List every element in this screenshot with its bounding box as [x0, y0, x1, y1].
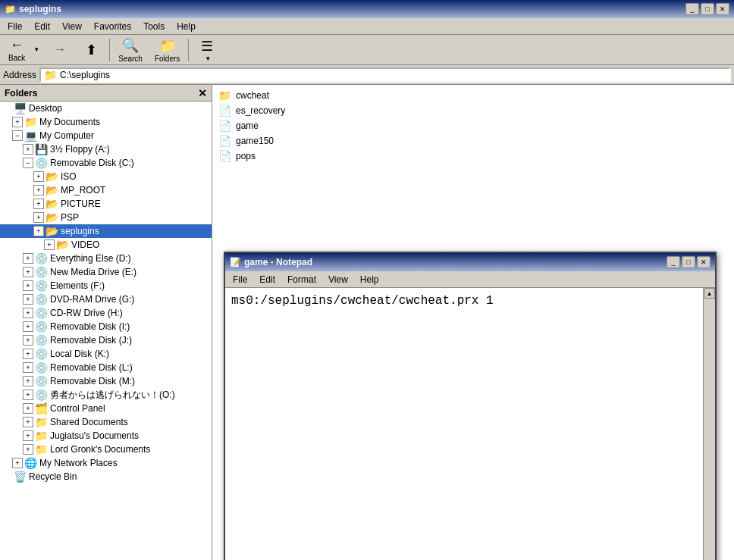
tree-item-control-panel[interactable]: +🗂️Control Panel	[0, 402, 212, 415]
tree-item-desktop[interactable]: 🖥️Desktop	[0, 102, 212, 115]
tree-icon-removable-j: 💿	[35, 334, 48, 346]
maximize-button[interactable]: □	[701, 3, 714, 15]
expand-btn-elements-f[interactable]: +	[23, 280, 33, 291]
expand-btn-everything-else-d[interactable]: +	[23, 253, 33, 264]
expand-btn-mp-root[interactable]: +	[33, 185, 44, 196]
toolbar-sep-1	[109, 39, 110, 61]
tree-item-picture[interactable]: +📂PICTURE	[0, 197, 212, 211]
expand-btn-floppy[interactable]: +	[23, 144, 33, 155]
file-item-game[interactable]: 📄game	[215, 118, 731, 133]
tree-item-my-network-places[interactable]: +🌐My Network Places	[0, 456, 212, 470]
tree-item-mp-root[interactable]: +📂MP_ROOT	[0, 183, 212, 197]
sidebar-close-button[interactable]: ✕	[198, 87, 207, 99]
tree-item-removable-i[interactable]: +💿Removable Disk (I:)	[0, 320, 212, 333]
folder-tree: 🖥️Desktop+📁My Documents−💻My Computer+💾3½…	[0, 102, 212, 483]
tree-label-removable-i: Removable Disk (I:)	[50, 321, 130, 332]
expand-btn-iso[interactable]: +	[33, 171, 44, 182]
views-button[interactable]: ☰ ▼	[192, 36, 222, 64]
expand-btn-local-k[interactable]: +	[23, 349, 33, 359]
notepad-icon: 📝	[230, 257, 241, 267]
expand-btn-jugiatsu-documents[interactable]: +	[23, 430, 33, 441]
tree-item-seplugins[interactable]: +📂seplugins	[0, 224, 212, 238]
expand-btn-video[interactable]: +	[44, 239, 55, 250]
notepad-menu-format[interactable]: Format	[283, 273, 321, 286]
tree-item-jugiatsu-documents[interactable]: +📁Jugiatsu's Documents	[0, 429, 212, 443]
back-dropdown[interactable]: ▼	[30, 36, 42, 64]
close-button[interactable]: ✕	[716, 3, 729, 15]
tree-item-removable-c[interactable]: −💿Removable Disk (C:)	[0, 156, 212, 170]
expand-btn-shared-documents[interactable]: +	[23, 417, 33, 427]
menu-view[interactable]: View	[58, 20, 86, 33]
tree-item-recycle-bin[interactable]: 🗑️Recycle Bin	[0, 470, 212, 483]
tree-icon-elements-f: 💿	[35, 280, 48, 292]
scrollbar-up[interactable]: ▲	[704, 288, 715, 299]
expand-btn-dvd-ram-g[interactable]: +	[23, 294, 33, 305]
expand-btn-psp[interactable]: +	[33, 212, 44, 223]
notepad-content[interactable]: ms0:/seplugins/cwcheat/cwcheat.prx 1	[225, 288, 703, 560]
menu-help[interactable]: Help	[172, 20, 200, 33]
notepad-menu-help[interactable]: Help	[356, 273, 384, 286]
tree-item-removable-j[interactable]: +💿Removable Disk (J:)	[0, 333, 212, 347]
notepad-close-button[interactable]: ✕	[697, 256, 710, 268]
expand-btn-seplugins[interactable]: +	[33, 226, 44, 236]
tree-item-floppy[interactable]: +💾3½ Floppy (A:)	[0, 142, 212, 156]
tree-item-lord-gronk-documents[interactable]: +📁Lord Gronk's Documents	[0, 443, 212, 456]
tree-item-removable-m[interactable]: +💿Removable Disk (M:)	[0, 374, 212, 388]
tree-item-my-computer[interactable]: −💻My Computer	[0, 129, 212, 142]
file-item-pops[interactable]: 📄pops	[215, 149, 731, 164]
tree-item-elements-f[interactable]: +💿Elements (F:)	[0, 279, 212, 293]
menu-tools[interactable]: Tools	[139, 20, 169, 33]
menu-edit[interactable]: Edit	[30, 20, 55, 33]
tree-icon-removable-m: 💿	[35, 375, 48, 387]
window-controls: _ □ ✕	[685, 3, 729, 15]
forward-button[interactable]: →	[44, 36, 74, 64]
tree-item-my-documents[interactable]: +📁My Documents	[0, 115, 212, 129]
folders-button[interactable]: 📁 Folders	[149, 36, 185, 64]
address-input[interactable]: 📁 C:\seplugins	[39, 67, 731, 83]
notepad-maximize-button[interactable]: □	[682, 256, 695, 268]
expand-btn-my-network-places[interactable]: +	[12, 458, 23, 468]
expand-btn-my-computer[interactable]: −	[12, 130, 23, 141]
tree-item-everything-else-d[interactable]: +💿Everything Else (D:)	[0, 252, 212, 265]
expand-btn-cd-rw-h[interactable]: +	[23, 308, 33, 318]
notepad-scrollbar[interactable]: ▲ ▼	[703, 288, 715, 560]
tree-item-local-k[interactable]: +💿Local Disk (K:)	[0, 347, 212, 361]
notepad-menu-edit[interactable]: Edit	[255, 273, 280, 286]
tree-item-video[interactable]: +📂VIDEO	[0, 238, 212, 252]
file-item-cwcheat[interactable]: 📁cwcheat	[215, 88, 731, 103]
tree-item-removable-l[interactable]: +💿Removable Disk (L:)	[0, 361, 212, 374]
expand-btn-my-documents[interactable]: +	[12, 117, 23, 127]
expand-btn-control-panel[interactable]: +	[23, 403, 33, 414]
tree-item-iso[interactable]: +📂ISO	[0, 170, 212, 183]
tree-item-cd-rw-h[interactable]: +💿CD-RW Drive (H:)	[0, 306, 212, 320]
expand-btn-lord-gronk-documents[interactable]: +	[23, 444, 33, 455]
notepad-menu-view[interactable]: View	[324, 273, 353, 286]
tree-icon-removable-c: 💿	[35, 157, 48, 169]
file-item-es_recovery[interactable]: 📄es_recovery	[215, 103, 731, 118]
expand-btn-removable-c[interactable]: −	[23, 158, 33, 168]
back-button[interactable]: ← Back	[3, 36, 30, 64]
expand-btn-removable-i[interactable]: +	[23, 321, 33, 332]
menu-file[interactable]: File	[3, 20, 27, 33]
expand-btn-removable-j[interactable]: +	[23, 335, 33, 346]
expand-btn-new-media-e[interactable]: +	[23, 267, 33, 277]
expand-btn-removable-l[interactable]: +	[23, 362, 33, 373]
up-button[interactable]: ⬆	[76, 36, 106, 64]
tree-item-dvd-ram-g[interactable]: +💿DVD-RAM Drive (G:)	[0, 293, 212, 306]
tree-item-new-media-e[interactable]: +💿New Media Drive (E:)	[0, 265, 212, 279]
expand-btn-removable-m[interactable]: +	[23, 376, 33, 386]
tree-icon-my-computer: 💻	[24, 130, 37, 142]
menu-favorites[interactable]: Favorites	[89, 20, 136, 33]
tree-label-elements-f: Elements (F:)	[50, 280, 105, 291]
tree-label-lord-gronk-documents: Lord Gronk's Documents	[50, 444, 150, 455]
tree-item-shared-documents[interactable]: +📁Shared Documents	[0, 415, 212, 429]
expand-btn-japanese[interactable]: +	[23, 389, 33, 400]
tree-item-japanese[interactable]: +💿勇者からは逃げられない！(O:)	[0, 388, 212, 402]
tree-item-psp[interactable]: +📂PSP	[0, 211, 212, 224]
notepad-minimize-button[interactable]: _	[667, 256, 680, 268]
notepad-menu-file[interactable]: File	[228, 273, 252, 286]
search-button[interactable]: 🔍 Search	[113, 36, 148, 64]
minimize-button[interactable]: _	[685, 3, 699, 15]
expand-btn-picture[interactable]: +	[33, 199, 44, 209]
file-item-game150[interactable]: 📄game150	[215, 133, 731, 149]
